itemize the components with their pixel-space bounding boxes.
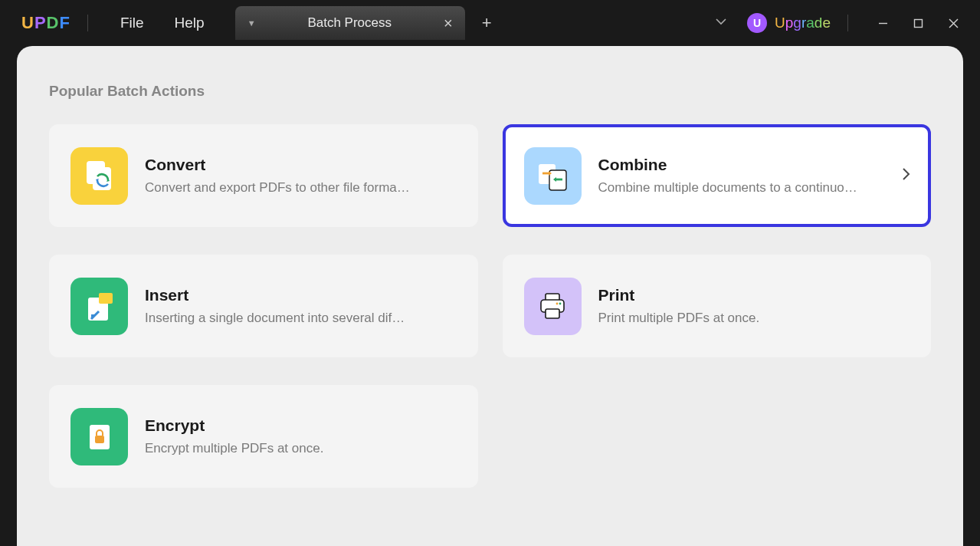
upgrade-button[interactable]: Upgrade	[775, 15, 831, 31]
card-body: Insert Inserting a single document into …	[145, 286, 458, 326]
menu-file[interactable]: File	[105, 15, 159, 31]
print-icon	[524, 278, 582, 335]
svg-point-16	[559, 303, 562, 305]
convert-icon	[70, 147, 128, 205]
dropdown-icon[interactable]	[695, 15, 747, 31]
card-encrypt[interactable]: Encrypt Encrypt multiple PDFs at once.	[49, 385, 478, 488]
title-bar: UPDF File Help ▼ Batch Process × + U Upg…	[0, 0, 980, 46]
card-body: Print Print multiple PDFs at once.	[598, 286, 912, 326]
insert-icon	[70, 278, 128, 335]
encrypt-icon	[70, 408, 128, 465]
card-description: Encrypt multiple PDFs at once.	[145, 441, 458, 456]
tab-close-icon[interactable]: ×	[444, 15, 453, 31]
window-maximize-button[interactable]	[900, 9, 936, 37]
card-combine[interactable]: Combine Combine multiple documents to a …	[503, 124, 932, 227]
card-title: Combine	[598, 156, 892, 174]
card-title: Convert	[145, 156, 458, 174]
card-description: Print multiple PDFs at once.	[598, 311, 912, 326]
card-description: Inserting a single document into several…	[145, 311, 458, 326]
card-description: Combine multiple documents to a continuo…	[598, 180, 892, 196]
card-print[interactable]: Print Print multiple PDFs at once.	[503, 255, 932, 357]
tab-dropdown-icon[interactable]: ▼	[247, 18, 256, 28]
tab-strip: ▼ Batch Process × +	[235, 6, 509, 40]
menu-help[interactable]: Help	[159, 15, 220, 31]
chevron-right-icon	[902, 167, 911, 184]
tab-label: Batch Process	[268, 15, 431, 31]
section-title: Popular Batch Actions	[49, 83, 931, 100]
new-tab-button[interactable]: +	[465, 13, 509, 33]
svg-rect-14	[546, 309, 559, 318]
card-body: Convert Convert and export PDFs to other…	[145, 156, 458, 196]
content-area: Popular Batch Actions Convert Convert an…	[17, 46, 963, 546]
cards-grid: Convert Convert and export PDFs to other…	[49, 124, 931, 488]
combine-icon	[524, 147, 582, 205]
card-title: Insert	[145, 286, 458, 304]
card-title: Print	[598, 286, 912, 304]
card-insert[interactable]: Insert Inserting a single document into …	[49, 255, 478, 357]
separator	[847, 15, 848, 31]
card-body: Encrypt Encrypt multiple PDFs at once.	[145, 416, 458, 456]
user-avatar[interactable]: U	[747, 13, 767, 33]
header-right: U Upgrade	[695, 9, 980, 37]
svg-point-15	[556, 303, 559, 305]
app-logo: UPDF	[21, 13, 70, 33]
window-close-button[interactable]	[936, 9, 971, 37]
tab-batch-process[interactable]: ▼ Batch Process ×	[235, 6, 465, 40]
card-body: Combine Combine multiple documents to a …	[598, 156, 892, 196]
svg-rect-11	[99, 293, 113, 304]
separator	[87, 15, 88, 31]
card-convert[interactable]: Convert Convert and export PDFs to other…	[49, 124, 478, 227]
card-description: Convert and export PDFs to other file fo…	[145, 180, 458, 196]
svg-rect-1	[914, 19, 922, 27]
window-minimize-button[interactable]	[865, 9, 900, 37]
card-title: Encrypt	[145, 416, 458, 435]
svg-rect-18	[95, 436, 104, 443]
